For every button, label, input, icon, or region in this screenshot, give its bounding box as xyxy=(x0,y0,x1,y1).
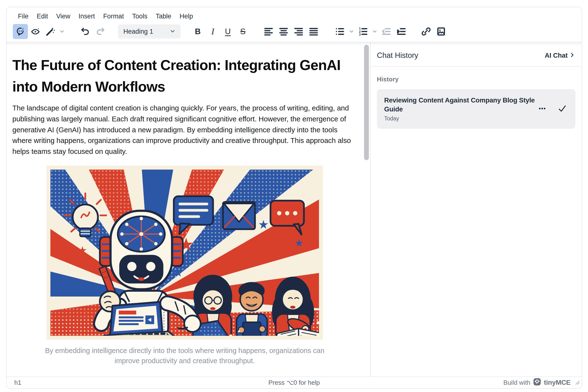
history-item-actions xyxy=(538,104,568,114)
bullet-list-chevron-icon[interactable] xyxy=(347,24,356,39)
italic-button[interactable]: I xyxy=(205,24,220,39)
editor-scrollbar[interactable] xyxy=(363,42,370,376)
menu-insert[interactable]: Insert xyxy=(75,11,99,22)
ai-shortcuts-button[interactable] xyxy=(43,24,58,39)
chat-history-panel: Chat History AI Chat History Reviewing C… xyxy=(371,42,582,376)
help-shortcut-text: Press ⌥0 for help xyxy=(7,379,582,386)
history-section-label: History xyxy=(377,76,575,83)
undo-icon xyxy=(80,26,91,37)
resize-handle-icon[interactable] xyxy=(575,379,580,387)
editor-window: File Edit View Insert Format Tools Table… xyxy=(6,7,582,388)
image-caption[interactable]: By embedding intelligence directly into … xyxy=(32,346,337,366)
toolbar-list-group: 123 xyxy=(332,24,409,39)
redo-icon xyxy=(95,26,106,37)
chevron-right-icon xyxy=(569,52,575,59)
ai-review-button[interactable] xyxy=(28,24,43,39)
branding-prefix: Build with xyxy=(503,379,530,386)
align-justify-icon xyxy=(308,26,319,37)
block-format-value: Heading 1 xyxy=(123,28,153,35)
insert-image-button[interactable] xyxy=(434,24,449,39)
check-icon[interactable] xyxy=(557,104,567,114)
toolbar-format-group: Heading 1 xyxy=(118,24,181,38)
undo-button[interactable] xyxy=(78,24,93,39)
status-bar: h1 Press ⌥0 for help Build with tinyMCE xyxy=(7,376,582,388)
toolbar-insert-group xyxy=(419,24,449,39)
chat-history-header: Chat History AI Chat xyxy=(371,42,582,66)
ai-review-eye-icon xyxy=(30,26,41,37)
align-right-button[interactable] xyxy=(291,24,306,39)
svg-text:3: 3 xyxy=(359,33,361,36)
menu-view[interactable]: View xyxy=(52,11,75,22)
numbered-list-button[interactable]: 123 xyxy=(356,24,371,39)
sidebar-divider xyxy=(371,66,582,67)
tinymce-logo-icon xyxy=(533,378,541,388)
branding-name: tinyMCE xyxy=(544,379,570,386)
ai-chat-button[interactable] xyxy=(13,24,28,39)
document-paragraph[interactable]: The landscape of digital content creatio… xyxy=(12,103,357,157)
toolbar-align-group xyxy=(261,24,321,39)
outdent-button[interactable] xyxy=(379,24,394,39)
history-item-title: Reviewing Content Against Company Blog S… xyxy=(384,96,538,114)
ai-shortcuts-chevron-icon[interactable] xyxy=(58,24,66,39)
bullet-list-icon xyxy=(334,26,345,37)
strikethrough-button[interactable]: S xyxy=(235,24,250,39)
menu-tools[interactable]: Tools xyxy=(128,11,152,22)
toolbar: Heading 1 B I U S xyxy=(7,22,582,42)
menu-file[interactable]: File xyxy=(14,11,33,22)
underline-button[interactable]: U xyxy=(220,24,235,39)
bold-button[interactable]: B xyxy=(190,24,205,39)
toolbar-history-group xyxy=(78,24,108,39)
history-item-date: Today xyxy=(384,115,538,122)
main-area: The Future of Content Creation: Integrat… xyxy=(7,42,582,376)
image-icon xyxy=(435,26,447,37)
menu-edit[interactable]: Edit xyxy=(33,11,52,22)
ai-chat-icon xyxy=(15,26,26,37)
chevron-down-icon xyxy=(169,28,176,35)
indent-icon xyxy=(396,26,407,37)
align-justify-button[interactable] xyxy=(306,24,321,39)
align-center-icon xyxy=(278,26,289,37)
align-left-icon xyxy=(263,26,274,37)
align-right-icon xyxy=(293,26,304,37)
bullet-list-button[interactable] xyxy=(332,24,347,39)
numbered-list-chevron-icon[interactable] xyxy=(371,24,379,39)
align-center-button[interactable] xyxy=(276,24,291,39)
article-image[interactable]: By embedding intelligence directly into … xyxy=(12,166,357,366)
link-icon xyxy=(420,26,432,37)
menu-table[interactable]: Table xyxy=(152,11,176,22)
editor-scrollbar-thumb[interactable] xyxy=(364,45,369,160)
history-item-text: Reviewing Content Against Company Blog S… xyxy=(384,96,538,122)
panel-title: Chat History xyxy=(377,51,418,60)
more-options-icon[interactable] xyxy=(538,104,546,114)
ai-chat-link[interactable]: AI Chat xyxy=(545,52,575,59)
editable-document[interactable]: The Future of Content Creation: Integrat… xyxy=(7,54,363,366)
branding[interactable]: Build with tinyMCE xyxy=(503,378,570,388)
link-button[interactable] xyxy=(419,24,434,39)
menubar: File Edit View Insert Format Tools Table… xyxy=(7,7,582,22)
document-title[interactable]: The Future of Content Creation: Integrat… xyxy=(12,54,357,98)
editor-canvas[interactable]: The Future of Content Creation: Integrat… xyxy=(7,42,363,376)
menu-format[interactable]: Format xyxy=(99,11,128,22)
toolbar-ai-group xyxy=(13,24,66,39)
poster-illustration xyxy=(47,166,323,340)
block-format-select[interactable]: Heading 1 xyxy=(118,24,181,38)
indent-button[interactable] xyxy=(394,24,409,39)
align-left-button[interactable] xyxy=(261,24,276,39)
magic-wand-icon xyxy=(45,26,56,37)
ai-chat-link-label: AI Chat xyxy=(545,52,568,59)
menu-help[interactable]: Help xyxy=(176,11,197,22)
toolbar-text-style-group: B I U S xyxy=(190,24,250,39)
numbered-list-icon: 123 xyxy=(357,26,369,37)
redo-button[interactable] xyxy=(93,24,108,39)
outdent-icon xyxy=(381,26,392,37)
history-item[interactable]: Reviewing Content Against Company Blog S… xyxy=(377,89,575,129)
